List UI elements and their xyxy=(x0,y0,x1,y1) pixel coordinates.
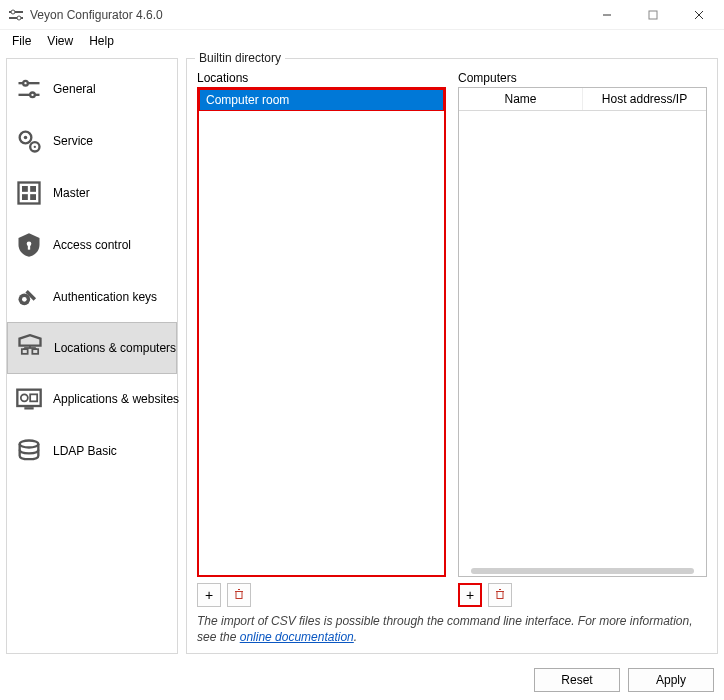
sidebar-item-applications-websites[interactable]: Applications & websites xyxy=(7,373,177,425)
sidebar-item-master[interactable]: Master xyxy=(7,167,177,219)
delete-computer-button[interactable] xyxy=(488,583,512,607)
computers-header: Name Host address/IP xyxy=(459,88,706,111)
locations-label: Locations xyxy=(197,71,446,85)
database-icon xyxy=(15,437,43,465)
window-title: Veyon Configurator 4.6.0 xyxy=(30,8,584,22)
sidebar-item-service[interactable]: Service xyxy=(7,115,177,167)
svg-point-11 xyxy=(30,93,35,98)
horizontal-scrollbar[interactable] xyxy=(471,568,694,574)
add-location-button[interactable]: + xyxy=(197,583,221,607)
locations-column: Locations Computer room + xyxy=(197,71,446,607)
sliders-icon xyxy=(15,75,43,103)
sidebar-item-auth-keys[interactable]: Authentication keys xyxy=(7,271,177,323)
menu-help[interactable]: Help xyxy=(81,32,122,50)
svg-point-13 xyxy=(24,136,28,140)
svg-point-15 xyxy=(34,146,36,148)
hint-text-suffix: . xyxy=(354,630,357,644)
trash-icon xyxy=(494,587,506,603)
svg-rect-35 xyxy=(24,407,33,409)
sidebar-item-label: LDAP Basic xyxy=(53,444,117,458)
menu-view[interactable]: View xyxy=(39,32,81,50)
sidebar-item-ldap-basic[interactable]: LDAP Basic xyxy=(7,425,177,477)
close-button[interactable] xyxy=(676,0,722,29)
computers-column: Computers Name Host address/IP + xyxy=(458,71,707,607)
grid-icon xyxy=(15,179,43,207)
svg-point-24 xyxy=(22,297,27,302)
sidebar-item-general[interactable]: General xyxy=(7,63,177,115)
svg-rect-20 xyxy=(30,194,36,200)
add-computer-button[interactable]: + xyxy=(458,583,482,607)
sidebar: General Service Master Access control Au… xyxy=(6,58,178,654)
minimize-button[interactable] xyxy=(584,0,630,29)
svg-rect-17 xyxy=(22,186,28,192)
sidebar-item-access-control[interactable]: Access control xyxy=(7,219,177,271)
sidebar-item-label: Access control xyxy=(53,238,131,252)
locations-list[interactable]: Computer room xyxy=(197,87,446,577)
window-controls xyxy=(584,0,722,29)
location-item-selected[interactable]: Computer room xyxy=(199,89,444,111)
svg-rect-27 xyxy=(32,349,38,354)
plus-icon: + xyxy=(205,587,213,603)
svg-rect-19 xyxy=(22,194,28,200)
sidebar-item-label: Service xyxy=(53,134,93,148)
sidebar-item-label: Applications & websites xyxy=(53,392,179,406)
plus-icon: + xyxy=(466,587,474,603)
csv-hint: The import of CSV files is possible thro… xyxy=(197,613,707,645)
computers-table[interactable]: Name Host address/IP xyxy=(458,87,707,577)
svg-point-33 xyxy=(21,394,28,401)
svg-rect-40 xyxy=(497,591,503,598)
sidebar-item-label: General xyxy=(53,82,96,96)
svg-rect-16 xyxy=(19,183,40,204)
column-name[interactable]: Name xyxy=(459,88,583,110)
sidebar-item-label: Locations & computers xyxy=(54,341,176,355)
svg-point-3 xyxy=(17,16,21,20)
menu-file[interactable]: File xyxy=(4,32,39,50)
bottom-bar: Reset Apply xyxy=(0,660,724,700)
titlebar: Veyon Configurator 4.6.0 xyxy=(0,0,724,30)
svg-rect-5 xyxy=(649,11,657,19)
maximize-button[interactable] xyxy=(630,0,676,29)
online-documentation-link[interactable]: online documentation xyxy=(240,630,354,644)
svg-rect-18 xyxy=(30,186,36,192)
sidebar-item-locations-computers[interactable]: Locations & computers xyxy=(7,322,177,374)
apply-button[interactable]: Apply xyxy=(628,668,714,692)
column-host-address[interactable]: Host address/IP xyxy=(583,88,706,110)
svg-rect-37 xyxy=(236,591,242,598)
sidebar-item-label: Authentication keys xyxy=(53,290,157,304)
delete-location-button[interactable] xyxy=(227,583,251,607)
menubar: File View Help xyxy=(0,30,724,52)
svg-point-9 xyxy=(23,81,28,86)
svg-point-1 xyxy=(11,10,15,14)
svg-rect-22 xyxy=(28,245,30,250)
network-icon xyxy=(16,334,44,362)
svg-rect-26 xyxy=(22,349,28,354)
trash-icon xyxy=(233,587,245,603)
reset-button[interactable]: Reset xyxy=(534,668,620,692)
shield-icon xyxy=(15,231,43,259)
gears-icon xyxy=(15,127,43,155)
key-icon xyxy=(15,283,43,311)
app-icon xyxy=(8,7,24,23)
svg-rect-34 xyxy=(30,394,37,401)
group-title: Builtin directory xyxy=(195,51,285,65)
computers-label: Computers xyxy=(458,71,707,85)
main-panel: Builtin directory Locations Computer roo… xyxy=(186,58,718,654)
builtin-directory-group: Builtin directory Locations Computer roo… xyxy=(186,58,718,654)
apps-icon xyxy=(15,385,43,413)
sidebar-item-label: Master xyxy=(53,186,90,200)
svg-point-36 xyxy=(20,441,39,448)
